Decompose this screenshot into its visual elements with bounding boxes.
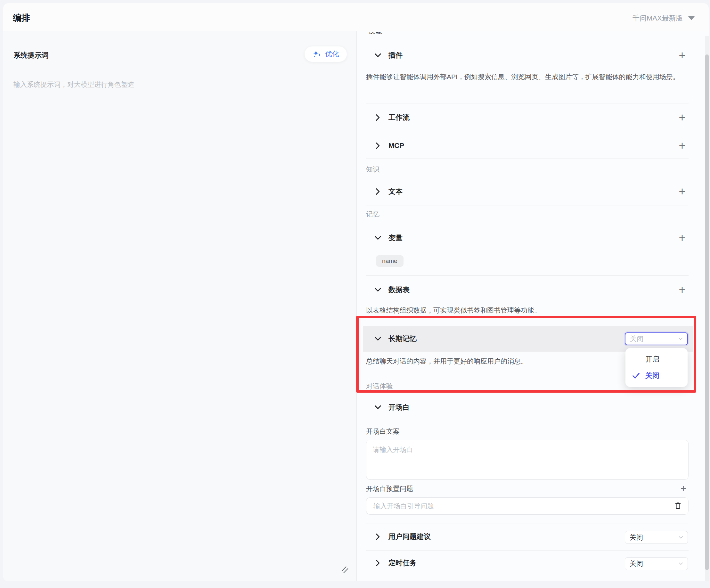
divider [366, 550, 689, 550]
longterm-select-value: 关闭 [630, 334, 643, 343]
optimize-label: 优化 [325, 49, 339, 59]
divider [366, 276, 689, 276]
divider [366, 206, 689, 206]
chevron-down-icon [373, 334, 383, 344]
section-row-opening[interactable]: 开场白 [366, 400, 689, 415]
section-row-text[interactable]: 文本 [366, 185, 689, 198]
opening-copy-textarea[interactable]: 请输入开场白 [366, 440, 689, 480]
optimize-button[interactable]: 优化 [305, 46, 347, 62]
group-label-memory: 记忆 [366, 210, 379, 219]
dropdown-option-on[interactable]: 开启 [625, 351, 688, 367]
add-plugin-button[interactable]: + [675, 48, 689, 63]
chevron-right-icon [373, 558, 383, 568]
section-title: 开场白 [388, 403, 410, 412]
section-title: 工作流 [388, 113, 410, 122]
suggestion-select[interactable]: 关闭 [625, 531, 688, 544]
sparkle-icon [312, 49, 322, 59]
chevron-right-icon [373, 187, 383, 196]
app-window: 编排 千问MAX最新版 系统提示词 优化 输入系统提示词，对大模型进行角色塑造 … [0, 0, 710, 588]
section-row-plugin[interactable]: 插件 [366, 48, 689, 63]
longterm-select[interactable]: 关闭 [625, 332, 688, 345]
add-datatable-button[interactable]: + [675, 283, 689, 297]
section-row-mcp[interactable]: MCP [366, 139, 689, 153]
section-title: 用户问题建议 [388, 532, 431, 542]
chevron-down-icon [373, 285, 383, 295]
opening-preset-label: 开场白预置问题 [366, 484, 413, 493]
add-workflow-button[interactable]: + [675, 111, 689, 124]
page-title: 编排 [13, 12, 30, 24]
longterm-select-dropdown: 开启 关闭 [625, 348, 688, 387]
system-prompt-title: 系统提示词 [14, 51, 49, 60]
suggestion-select-value: 关闭 [630, 533, 643, 542]
add-mcp-button[interactable]: + [675, 139, 689, 153]
add-variable-button[interactable]: + [675, 231, 689, 245]
chevron-down-icon [373, 51, 383, 60]
plugin-description: 插件能够让智能体调用外部API，例如搜索信息、浏览网页、生成图片等，扩展智能体的… [366, 70, 689, 84]
chevron-down-icon [678, 336, 683, 342]
section-row-workflow[interactable]: 工作流 [366, 111, 689, 124]
section-title: 长期记忆 [388, 334, 417, 344]
chevron-down-icon [373, 403, 383, 412]
check-icon [632, 372, 645, 380]
caret-down-icon [688, 16, 695, 20]
section-title: 变量 [388, 233, 403, 243]
chevron-down-icon [678, 561, 684, 567]
resize-handle-icon[interactable] [340, 565, 350, 574]
datatable-description: 以表格结构组织数据，可实现类似书签和图书管理等功能。 [366, 306, 689, 314]
preset-question-placeholder: 输入开场白引导问题 [373, 501, 434, 511]
timer-select[interactable]: 关闭 [625, 557, 688, 570]
divider [366, 103, 689, 103]
section-row-datatable[interactable]: 数据表 [366, 283, 689, 297]
model-selector-label: 千问MAX最新版 [633, 14, 683, 23]
section-title: 插件 [388, 51, 403, 60]
timer-select-value: 关闭 [630, 559, 643, 568]
add-preset-question-button[interactable]: + [677, 481, 690, 495]
opening-copy-label: 开场白文案 [366, 427, 400, 436]
section-title: 定时任务 [388, 558, 417, 568]
model-selector[interactable]: 千问MAX最新版 [633, 14, 695, 23]
system-prompt-input[interactable]: 输入系统提示词，对大模型进行角色塑造 [14, 80, 135, 89]
clipped-section-label: 技能 [368, 32, 391, 35]
divider [366, 159, 689, 159]
divider [366, 524, 689, 524]
dropdown-option-off[interactable]: 关闭 [625, 367, 688, 384]
header-divider [3, 31, 356, 31]
group-label-chat-experience: 对话体验 [366, 382, 393, 391]
chevron-right-icon [373, 141, 383, 150]
section-title: 数据表 [388, 285, 410, 295]
section-divider [366, 36, 705, 36]
divider [366, 577, 689, 577]
chevron-down-icon [373, 233, 383, 243]
left-panel [3, 31, 356, 581]
panel-divider [356, 31, 357, 581]
variable-tag[interactable]: name [376, 255, 404, 267]
scrollbar-thumb[interactable] [705, 54, 709, 570]
divider [366, 132, 689, 132]
chevron-right-icon [373, 113, 383, 122]
group-label-knowledge: 知识 [366, 165, 379, 174]
preset-question-input[interactable]: 输入开场白引导问题 [366, 497, 689, 515]
chevron-right-icon [373, 532, 383, 542]
section-title: MCP [388, 142, 404, 150]
chevron-down-icon [678, 535, 684, 540]
add-text-button[interactable]: + [675, 185, 689, 198]
section-title: 文本 [388, 187, 403, 196]
section-row-variables[interactable]: 变量 [366, 231, 689, 245]
trash-icon[interactable] [673, 501, 683, 511]
